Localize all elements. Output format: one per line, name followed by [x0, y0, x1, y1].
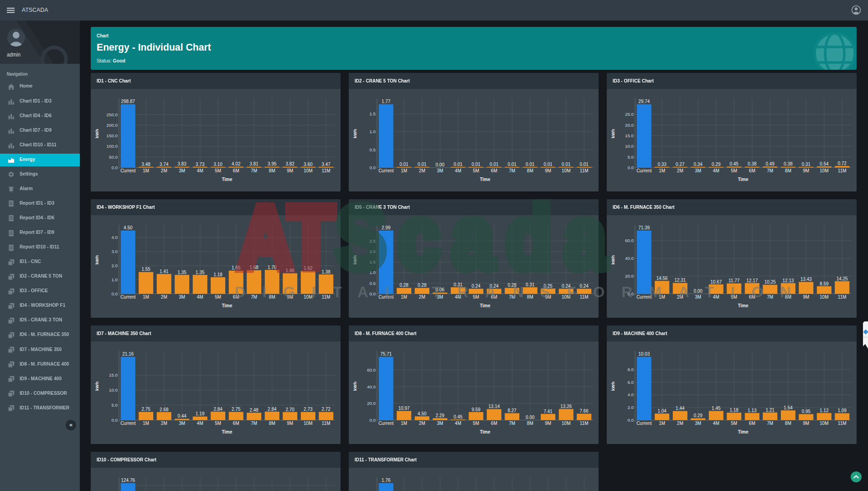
svg-text:6M: 6M — [233, 295, 239, 300]
svg-text:12.17: 12.17 — [747, 278, 758, 283]
svg-text:8M: 8M — [785, 295, 791, 300]
svg-text:0.45: 0.45 — [730, 161, 739, 166]
svg-text:Current: Current — [378, 421, 394, 426]
svg-text:0.31: 0.31 — [802, 162, 811, 167]
svg-text:20.0: 20.0 — [625, 123, 634, 128]
svg-text:7M: 7M — [251, 295, 257, 300]
svg-text:4M: 4M — [197, 295, 203, 300]
svg-text:Time: Time — [738, 429, 749, 434]
svg-text:Current: Current — [637, 295, 652, 300]
svg-text:0.95: 0.95 — [802, 409, 811, 414]
svg-text:Time: Time — [222, 429, 232, 434]
svg-text:6M: 6M — [749, 295, 755, 300]
svg-text:2M: 2M — [419, 168, 425, 173]
svg-text:0.28: 0.28 — [400, 283, 409, 288]
svg-text:10M: 10M — [820, 295, 828, 300]
svg-text:0.54: 0.54 — [820, 161, 829, 166]
svg-text:1.46: 1.46 — [285, 268, 294, 273]
svg-text:20.0: 20.0 — [367, 401, 376, 406]
svg-text:Time: Time — [222, 177, 232, 182]
svg-text:5.0: 5.0 — [628, 155, 634, 160]
svg-text:3.60: 3.60 — [304, 162, 313, 167]
svg-text:10M: 10M — [304, 295, 312, 300]
svg-text:8.59: 8.59 — [820, 281, 829, 286]
svg-text:0.01: 0.01 — [562, 162, 571, 167]
svg-text:1.12: 1.12 — [820, 408, 829, 413]
svg-text:2.73: 2.73 — [304, 407, 313, 412]
svg-text:1M: 1M — [659, 168, 666, 173]
svg-text:9M: 9M — [803, 421, 810, 426]
svg-text:1.65: 1.65 — [232, 265, 241, 270]
svg-text:2M: 2M — [161, 295, 167, 300]
svg-text:7M: 7M — [767, 295, 774, 300]
svg-text:4M: 4M — [455, 168, 461, 173]
svg-text:0.29: 0.29 — [712, 162, 721, 167]
svg-text:0.31: 0.31 — [454, 282, 463, 287]
svg-text:0.38: 0.38 — [784, 161, 793, 166]
svg-text:0.5: 0.5 — [370, 281, 376, 286]
svg-text:0.01: 0.01 — [400, 162, 409, 167]
svg-text:2M: 2M — [161, 168, 167, 173]
svg-text:1.18: 1.18 — [730, 408, 739, 413]
svg-text:3M: 3M — [437, 295, 443, 300]
svg-text:3.83: 3.83 — [177, 161, 186, 166]
svg-text:150.0: 150.0 — [107, 133, 118, 138]
svg-text:1M: 1M — [401, 421, 407, 426]
svg-text:0.27: 0.27 — [676, 162, 685, 167]
svg-text:Time: Time — [480, 177, 491, 182]
svg-text:1.44: 1.44 — [676, 406, 685, 411]
svg-text:9M: 9M — [803, 295, 810, 300]
svg-text:0.01: 0.01 — [490, 162, 499, 167]
svg-text:3.73: 3.73 — [196, 162, 205, 167]
svg-text:9M: 9M — [803, 168, 810, 173]
svg-text:250.0: 250.0 — [107, 112, 118, 117]
svg-text:0.72: 0.72 — [838, 161, 847, 166]
svg-text:9M: 9M — [545, 168, 551, 173]
svg-text:0.29: 0.29 — [694, 413, 703, 418]
svg-text:4M: 4M — [455, 421, 461, 426]
svg-text:11M: 11M — [580, 421, 589, 426]
svg-text:4.0: 4.0 — [111, 235, 118, 240]
svg-text:4M: 4M — [713, 168, 719, 173]
svg-text:7.66: 7.66 — [580, 408, 589, 413]
svg-text:4.50: 4.50 — [418, 411, 427, 416]
svg-text:kWh: kWh — [611, 382, 616, 391]
svg-text:2.0: 2.0 — [370, 249, 376, 254]
svg-text:2.5: 2.5 — [370, 238, 376, 243]
svg-text:10M: 10M — [304, 421, 312, 426]
svg-text:8M: 8M — [269, 295, 275, 300]
svg-text:0.0: 0.0 — [370, 418, 376, 423]
svg-text:10.67: 10.67 — [711, 279, 722, 284]
svg-text:1.77: 1.77 — [382, 99, 391, 104]
svg-text:60.0: 60.0 — [625, 238, 634, 243]
svg-text:7M: 7M — [251, 421, 257, 426]
svg-text:10M: 10M — [562, 421, 570, 426]
svg-text:4M: 4M — [455, 295, 461, 300]
svg-text:2.0: 2.0 — [111, 263, 118, 268]
svg-text:1.21: 1.21 — [766, 408, 775, 413]
svg-text:8M: 8M — [527, 168, 533, 173]
svg-text:kWh: kWh — [94, 255, 99, 265]
svg-text:1.54: 1.54 — [784, 405, 793, 410]
svg-text:5M: 5M — [473, 295, 479, 300]
svg-text:kWh: kWh — [353, 255, 358, 265]
svg-text:0.01: 0.01 — [544, 162, 553, 167]
svg-text:8.27: 8.27 — [508, 408, 517, 413]
svg-text:2M: 2M — [419, 421, 425, 426]
svg-text:13.43: 13.43 — [801, 277, 812, 282]
svg-text:0.00: 0.00 — [694, 289, 703, 294]
svg-text:2M: 2M — [161, 421, 167, 426]
svg-text:8M: 8M — [527, 421, 533, 426]
svg-text:1.18: 1.18 — [213, 272, 222, 277]
svg-text:8M: 8M — [527, 295, 533, 300]
svg-text:kWh: kWh — [353, 129, 358, 139]
svg-text:Current: Current — [120, 295, 136, 300]
svg-text:11M: 11M — [322, 295, 331, 300]
svg-text:1.09: 1.09 — [838, 408, 847, 413]
svg-text:11M: 11M — [838, 421, 847, 426]
svg-text:0.0: 0.0 — [628, 418, 634, 423]
svg-text:6M: 6M — [749, 168, 755, 173]
svg-text:0.44: 0.44 — [177, 413, 186, 419]
svg-text:15.0: 15.0 — [109, 373, 118, 378]
svg-text:6.0: 6.0 — [628, 380, 634, 385]
